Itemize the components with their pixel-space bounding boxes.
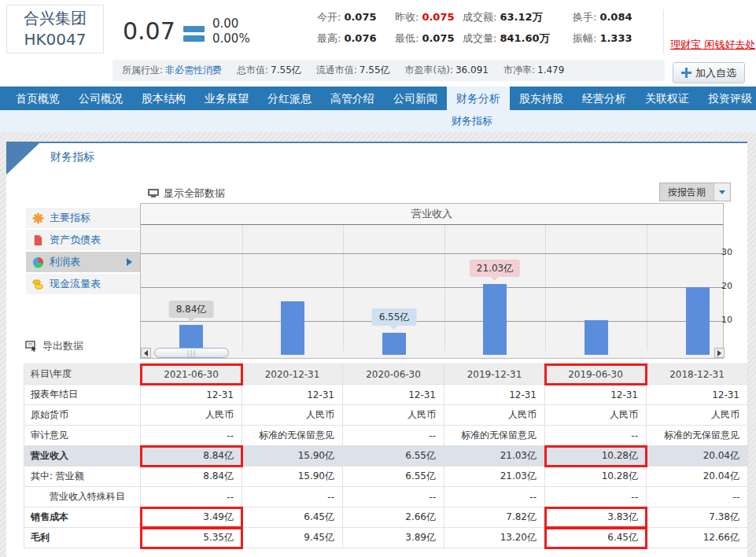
active-item-arrow-icon xyxy=(127,258,132,266)
export-data-button[interactable]: 导出数据 xyxy=(25,339,83,353)
scroll-right-arrow-icon[interactable] xyxy=(714,348,725,358)
stock-code: HK0047 xyxy=(24,29,86,50)
stock-header: 合兴集团 HK0047 0.07 0.00 0.00% 今开:0.075 昨收:… xyxy=(0,0,756,87)
column-header: 2019-06-30 xyxy=(545,364,647,385)
pie-icon xyxy=(32,256,44,268)
licaibao-promo-link[interactable]: 理财宝 闲钱好去处 xyxy=(670,38,755,52)
star-icon xyxy=(32,212,44,224)
quote-prev-close: 昨收:0.075 xyxy=(395,10,463,31)
column-header: 2021-06-30 xyxy=(141,364,242,385)
tab-business-outlook[interactable]: 业务展望 xyxy=(195,87,258,110)
quote-volume: 成交量:841.60万 xyxy=(463,31,573,53)
quote-high: 最高:0.076 xyxy=(317,31,395,53)
subtab-financial-indicators[interactable]: 财务指标 xyxy=(452,110,492,132)
chart-column-line xyxy=(343,225,344,351)
add-watchlist-button[interactable]: 加入自选 xyxy=(673,62,745,83)
chart-tooltip: 21.03亿 xyxy=(470,260,520,277)
scroll-left-arrow-icon[interactable] xyxy=(141,348,151,358)
chart-horizontal-scrollbar[interactable] xyxy=(141,347,725,359)
chart-gridline xyxy=(141,321,725,322)
tab-dividends[interactable]: 分红派息 xyxy=(258,87,321,110)
chart-column-line xyxy=(647,225,647,351)
pe-ratio-info: 市盈率(动):36.091 xyxy=(405,64,489,77)
tab-financial-analysis[interactable]: 财务分析 xyxy=(447,87,510,110)
chart-gridline xyxy=(141,253,725,254)
financial-data-table: 科目\年度 2021-06-30 2020-12-31 2020-06-30 2… xyxy=(24,363,748,548)
chart-tooltip: 8.84亿 xyxy=(169,301,214,318)
company-info-strip: 所属行业:非必需性消费 总市值:7.55亿 流通市值:7.55亿 市盈率(动):… xyxy=(112,60,665,81)
corner-cell: 科目\年度 xyxy=(24,364,141,385)
quote-turnover-rate: 换手:0.084 xyxy=(573,10,644,31)
chart-title: 营业收入 xyxy=(141,204,723,225)
column-header: 2018-12-31 xyxy=(647,364,748,385)
tab-related-warrants[interactable]: 关联权证 xyxy=(636,87,699,110)
table-row-cost-of-sales: 销售成本 3.49亿 6.45亿 2.66亿 7.82亿 3.83亿 7.38亿 xyxy=(24,507,748,528)
export-icon xyxy=(25,341,38,352)
y-axis-tick-label: 10 xyxy=(721,315,742,325)
document-icon xyxy=(32,234,44,246)
tab-overview[interactable]: 首页概览 xyxy=(6,87,69,110)
column-header: 2020-06-30 xyxy=(343,364,444,385)
industry-link[interactable]: 非必需性消费 xyxy=(165,65,222,76)
price-change: 0.00 0.00% xyxy=(212,17,250,46)
chart-column-line xyxy=(242,225,243,351)
table-row-gross-profit: 毛利 5.35亿 9.45亿 3.89亿 13.20亿 6.45亿 12.66亿 xyxy=(24,528,748,548)
y-axis-tick-label: 20 xyxy=(721,281,742,291)
tab-shareholders[interactable]: 股东持股 xyxy=(510,87,573,110)
table-row-revenue-special-items: 营业收入特殊科目 -- -- -- -- -- -- xyxy=(24,487,748,507)
monitor-icon xyxy=(148,189,159,198)
sidebar-item-main-indicators[interactable]: 主要指标 xyxy=(26,208,140,228)
flat-change-icon xyxy=(183,26,205,45)
market-cap-info: 总市值:7.55亿 xyxy=(237,64,301,77)
period-select-dropdown[interactable]: 按报告期 xyxy=(659,183,731,201)
chart-tooltip: 6.55亿 xyxy=(372,308,417,326)
float-cap-info: 流通市值:7.55亿 xyxy=(316,64,390,77)
chart-gridline xyxy=(141,287,725,288)
chart-column-line xyxy=(545,225,546,351)
sidebar-item-balance-sheet[interactable]: 资产负债表 xyxy=(26,230,140,250)
main-nav: 首页概览 公司概况 股本结构 业务展望 分红派息 高管介绍 公司新闻 财务分析 … xyxy=(0,87,756,110)
plus-icon xyxy=(681,68,691,78)
quote-turnover-amount: 成交额:63.12万 xyxy=(463,10,573,31)
table-row-fiscal-year-end: 报表年结日 12-31 12-31 12-31 12-31 12-31 12-3… xyxy=(24,385,748,405)
stock-price: 0.07 xyxy=(123,17,175,45)
section-title: 财务指标 xyxy=(50,150,94,164)
table-row-audit-opinion: 审计意见 -- 标准的无保留意见 -- 标准的无保留意见 -- 标准的无保留意见 xyxy=(24,426,748,446)
tab-share-structure[interactable]: 股本结构 xyxy=(132,87,195,110)
header-divider xyxy=(663,9,664,54)
change-percent: 0.00% xyxy=(212,31,250,46)
revenue-chart: 营业收入 8.84亿 6.55亿 21.03亿 102030 xyxy=(140,203,724,359)
stock-name: 合兴集团 xyxy=(24,8,87,29)
column-header: 2020-12-31 xyxy=(242,364,343,385)
change-value: 0.00 xyxy=(212,17,250,31)
table-header-row: 科目\年度 2021-06-30 2020-12-31 2020-06-30 2… xyxy=(24,364,748,385)
tab-operation-analysis[interactable]: 经营分析 xyxy=(573,87,636,110)
quote-amplitude: 振幅:1.333 xyxy=(573,31,644,53)
table-row-revenue: 营业收入 8.84亿 15.90亿 6.55亿 21.03亿 10.28亿 20… xyxy=(24,446,748,467)
chevron-down-icon xyxy=(719,190,725,194)
tab-investment-rating[interactable]: 投资评级 xyxy=(699,87,756,110)
scrollbar-thumb[interactable] xyxy=(154,348,229,358)
quote-grid: 今开:0.075 昨收:0.075 成交额:63.12万 换手:0.084 最高… xyxy=(317,10,644,53)
show-all-data-toggle[interactable]: 显示全部数据 xyxy=(148,186,225,201)
stock-name-box: 合兴集团 HK0047 xyxy=(6,5,104,53)
sidebar-item-cash-flow[interactable]: 现金流量表 xyxy=(26,274,140,294)
tab-executives[interactable]: 高管介绍 xyxy=(321,87,384,110)
coins-icon xyxy=(32,278,44,290)
quote-open: 今开:0.075 xyxy=(317,10,395,31)
sub-nav: 财务指标 xyxy=(0,110,756,132)
dropdown-button[interactable] xyxy=(714,183,730,201)
table-row-original-currency: 原始货币 人民币 人民币 人民币 人民币 人民币 人民币 xyxy=(24,405,748,426)
chart-bar[interactable] xyxy=(686,287,710,355)
tab-company-news[interactable]: 公司新闻 xyxy=(384,87,447,110)
corner-flag-decoration xyxy=(6,143,39,175)
y-axis-tick-label: 30 xyxy=(721,247,742,257)
column-header: 2019-12-31 xyxy=(444,364,545,385)
quote-low: 最低:0.075 xyxy=(395,31,463,53)
sidebar-item-income-statement[interactable]: 利润表 xyxy=(26,252,140,272)
industry-info: 所属行业:非必需性消费 xyxy=(122,64,222,77)
chart-column-line xyxy=(444,225,445,351)
table-row-turnover: 其中: 营业额 8.84亿 15.90亿 6.55亿 21.03亿 10.28亿… xyxy=(24,467,748,487)
tab-company-profile[interactable]: 公司概况 xyxy=(69,87,132,110)
chart-bar[interactable] xyxy=(483,284,507,355)
